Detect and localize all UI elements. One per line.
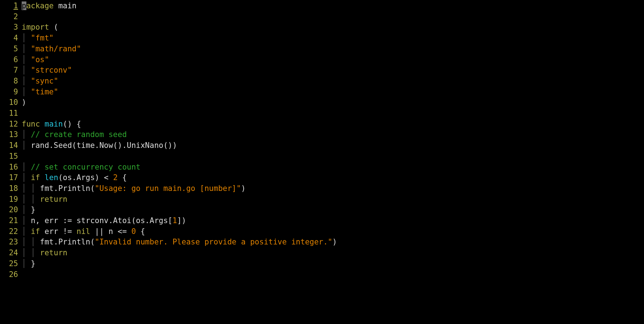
code-line[interactable]: 18│ │ fmt.Println("Usage: go run main.go… — [0, 183, 644, 194]
token-kw: nil — [77, 227, 90, 236]
code-line[interactable]: 24│ │ return — [0, 248, 644, 259]
line-number: 15 — [0, 151, 22, 162]
token-id: n, err := strconv.Atoi(os.Args[ — [31, 216, 172, 225]
code-line[interactable]: 16│ // set concurrency count — [0, 162, 644, 173]
code-line[interactable]: 2 — [0, 12, 644, 22]
code-line[interactable]: 10) — [0, 97, 644, 108]
token-pipe: │ │ — [22, 248, 40, 257]
line-number: 12 — [0, 119, 22, 130]
code-content[interactable]: │ "os" — [22, 55, 644, 65]
code-line[interactable]: 19│ │ return — [0, 194, 644, 205]
code-line[interactable]: 21│ n, err := strconv.Atoi(os.Args[1]) — [0, 216, 644, 226]
token-num: 0 — [131, 227, 136, 236]
line-number: 20 — [0, 205, 22, 216]
code-content[interactable]: │ n, err := strconv.Atoi(os.Args[1]) — [22, 216, 644, 226]
token-pipe: │ — [22, 77, 31, 85]
token-str: "fmt" — [31, 34, 53, 42]
code-line[interactable]: 12func main() { — [0, 119, 644, 130]
code-content[interactable]: │ "sync" — [22, 76, 644, 87]
code-content[interactable]: │ │ fmt.Println("Usage: go run main.go [… — [22, 183, 644, 194]
code-content[interactable]: │ // create random seed — [22, 129, 644, 140]
line-number: 9 — [0, 87, 22, 98]
token-id: fmt.Println( — [40, 238, 95, 246]
token-id — [136, 227, 141, 236]
token-kw: if — [31, 227, 40, 236]
token-pipe: │ — [22, 205, 31, 214]
token-id: || n <= — [90, 227, 132, 236]
token-paren: () — [63, 120, 72, 128]
code-content[interactable]: func main() { — [22, 119, 644, 130]
code-content[interactable]: package main — [22, 1, 644, 12]
token-id: rand.Seed(time.Now().UnixNano()) — [31, 141, 177, 150]
code-content[interactable] — [22, 151, 644, 162]
code-content[interactable]: │ if len(os.Args) < 2 { — [22, 172, 644, 183]
code-line[interactable]: 9│ "time" — [0, 87, 644, 98]
line-number: 19 — [0, 194, 22, 205]
code-line[interactable]: 20│ } — [0, 205, 644, 216]
code-content[interactable]: │ "math/rand" — [22, 44, 644, 55]
token-builtin: main — [44, 120, 63, 128]
token-paren: ) — [22, 98, 26, 107]
code-line[interactable]: 4│ "fmt" — [0, 33, 644, 44]
code-content[interactable]: │ "strconv" — [22, 65, 644, 76]
token-kw: ackage — [26, 1, 54, 10]
token-pipe: │ │ — [22, 184, 40, 193]
code-content[interactable] — [22, 108, 644, 119]
code-content[interactable]: │ │ return — [22, 248, 644, 259]
code-line[interactable]: 6│ "os" — [0, 55, 644, 65]
line-number: 21 — [0, 216, 22, 226]
token-builtin: len — [44, 173, 58, 182]
line-number: 26 — [0, 269, 22, 280]
token-id — [40, 120, 45, 128]
code-line[interactable]: 7│ "strconv" — [0, 65, 644, 76]
code-content[interactable]: │ // set concurrency count — [22, 162, 644, 173]
code-content[interactable]: │ if err != nil || n <= 0 { — [22, 226, 644, 237]
code-content[interactable]: │ rand.Seed(time.Now().UnixNano()) — [22, 140, 644, 151]
code-line[interactable]: 26 — [0, 269, 644, 280]
token-paren: { — [141, 227, 145, 236]
token-paren: } — [31, 259, 35, 268]
code-content[interactable]: │ } — [22, 205, 644, 216]
token-id: fmt.Println( — [40, 184, 95, 193]
code-content[interactable] — [22, 12, 644, 22]
token-kw: func — [22, 120, 40, 128]
token-str: "time" — [31, 88, 58, 96]
code-content[interactable] — [22, 269, 644, 280]
line-number: 22 — [0, 226, 22, 237]
code-line[interactable]: 8│ "sync" — [0, 76, 644, 87]
token-str: "Invalid number. Please provide a positi… — [95, 238, 332, 246]
code-line[interactable]: 11 — [0, 108, 644, 119]
code-content[interactable]: │ │ fmt.Println("Invalid number. Please … — [22, 237, 644, 248]
code-content[interactable]: │ │ return — [22, 194, 644, 205]
code-line[interactable]: 23│ │ fmt.Println("Invalid number. Pleas… — [0, 237, 644, 248]
code-line[interactable]: 17│ if len(os.Args) < 2 { — [0, 172, 644, 183]
line-number: 4 — [0, 33, 22, 44]
line-number: 3 — [0, 22, 22, 33]
code-line[interactable]: 14│ rand.Seed(time.Now().UnixNano()) — [0, 140, 644, 151]
token-str: "sync" — [31, 77, 58, 85]
token-pipe: │ — [22, 130, 31, 139]
token-kw: return — [40, 195, 68, 204]
code-line[interactable]: 3import ( — [0, 22, 644, 33]
token-num: 1 — [172, 216, 177, 225]
code-line[interactable]: 5│ "math/rand" — [0, 44, 644, 55]
code-line[interactable]: 13│ // create random seed — [0, 129, 644, 140]
token-pipe: │ — [22, 141, 31, 150]
token-pipe: │ — [22, 55, 31, 64]
code-content[interactable]: ) — [22, 97, 644, 108]
line-number: 7 — [0, 65, 22, 76]
code-line[interactable]: 1package main — [0, 1, 644, 12]
code-content[interactable]: │ "time" — [22, 87, 644, 98]
token-pipe: │ — [22, 88, 31, 96]
code-line[interactable]: 25│ } — [0, 259, 644, 269]
code-content[interactable]: │ } — [22, 259, 644, 269]
token-str: "Usage: go run main.go [number]" — [95, 184, 241, 193]
line-number: 6 — [0, 55, 22, 65]
token-kw: import — [22, 23, 49, 31]
code-line[interactable]: 22│ if err != nil || n <= 0 { — [0, 226, 644, 237]
line-number: 17 — [0, 172, 22, 183]
code-line[interactable]: 15 — [0, 151, 644, 162]
code-content[interactable]: │ "fmt" — [22, 33, 644, 44]
code-content[interactable]: import ( — [22, 22, 644, 33]
code-editor[interactable]: 1package main23import (4│ "fmt"5│ "math/… — [0, 0, 644, 280]
